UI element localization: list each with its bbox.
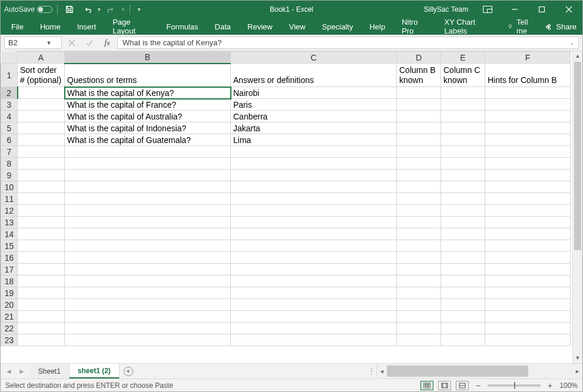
account-button[interactable]: SillySac Team [420,5,472,14]
name-box[interactable]: B2 ▼ [4,36,62,49]
tab-nitro-pro[interactable]: Nitro Pro [393,18,436,35]
col-header-B[interactable]: B [65,52,231,64]
sheet-tab-sheet1-2-[interactable]: sheet1 (2) [69,364,120,378]
vscroll-thumb[interactable] [574,62,581,250]
cell-A16[interactable] [18,252,65,264]
cell-A4[interactable] [18,111,65,122]
row-header-12[interactable]: 12 [1,205,18,217]
cell-D5[interactable] [397,122,441,134]
hscroll-thumb[interactable] [387,366,528,377]
cell-C14[interactable] [231,228,397,240]
row-header-5[interactable]: 5 [1,122,18,134]
row-header-4[interactable]: 4 [1,111,18,122]
row-header-18[interactable]: 18 [1,275,18,287]
col-header-C[interactable]: C [231,52,397,64]
cell-D14[interactable] [397,228,441,240]
cell-B2[interactable]: What is the capital of Kenya? [65,87,231,99]
cell-E16[interactable] [441,252,485,264]
cell-B3[interactable]: What is the capital of France? [65,99,231,111]
cell-B23[interactable] [65,334,231,346]
cell-D18[interactable] [397,275,441,287]
share-button[interactable]: Share [538,22,582,31]
cell-B13[interactable] [65,217,231,228]
cell-B11[interactable] [65,193,231,205]
cell-E4[interactable] [441,111,485,122]
cell-F18[interactable] [485,275,571,287]
cell-D10[interactable] [397,181,441,193]
sheet-tab-Sheet1[interactable]: Sheet1 [30,364,69,378]
cell-A1[interactable]: Sort order # (optional) [18,64,65,87]
cell-D2[interactable] [397,87,441,99]
row-header-8[interactable]: 8 [1,158,18,170]
cell-C18[interactable] [231,275,397,287]
row-header-3[interactable]: 3 [1,99,18,111]
row-header-13[interactable]: 13 [1,217,18,228]
cell-A15[interactable] [18,240,65,252]
scroll-left-icon[interactable]: ◄ [377,368,387,374]
col-header-F[interactable]: F [485,52,571,64]
cell-E20[interactable] [441,299,485,311]
cell-C7[interactable] [231,146,397,158]
cell-F22[interactable] [485,323,571,334]
cell-B6[interactable]: What is the capital of Guatemala? [65,134,231,146]
cell-A5[interactable] [18,122,65,134]
cell-C23[interactable] [231,334,397,346]
cell-E7[interactable] [441,146,485,158]
cell-F9[interactable] [485,170,571,181]
cell-C13[interactable] [231,217,397,228]
tab-insert[interactable]: Insert [69,18,105,35]
cell-E3[interactable] [441,99,485,111]
cell-D22[interactable] [397,323,441,334]
cell-B9[interactable] [65,170,231,181]
cell-A11[interactable] [18,193,65,205]
scroll-down-icon[interactable]: ▼ [573,353,582,363]
row-header-20[interactable]: 20 [1,299,18,311]
cell-F11[interactable] [485,193,571,205]
autosave-toggle[interactable]: AutoSave [4,5,52,14]
cell-C12[interactable] [231,205,397,217]
cell-A6[interactable] [18,134,65,146]
save-icon[interactable] [62,2,77,16]
cell-B16[interactable] [65,252,231,264]
cell-F20[interactable] [485,299,571,311]
cell-B12[interactable] [65,205,231,217]
col-header-D[interactable]: D [397,52,441,64]
cell-B8[interactable] [65,158,231,170]
cell-F8[interactable] [485,158,571,170]
cell-A12[interactable] [18,205,65,217]
tab-data[interactable]: Data [207,18,239,35]
tab-split-grip[interactable]: ⋮ [367,364,376,378]
cell-C11[interactable] [231,193,397,205]
cell-A17[interactable] [18,264,65,275]
cell-C15[interactable] [231,240,397,252]
cell-F23[interactable] [485,334,571,346]
maximize-button[interactable] [528,1,555,18]
col-header-E[interactable]: E [441,52,485,64]
cell-B14[interactable] [65,228,231,240]
tab-xy-chart-labels[interactable]: XY Chart Labels [436,18,501,35]
cell-C22[interactable] [231,323,397,334]
row-header-16[interactable]: 16 [1,252,18,264]
zoom-in-button[interactable]: + [545,381,555,390]
col-header-A[interactable]: A [18,52,65,64]
zoom-level[interactable]: 100% [559,381,578,390]
cell-D7[interactable] [397,146,441,158]
cell-A8[interactable] [18,158,65,170]
new-sheet-button[interactable]: + [120,364,137,378]
tab-page-layout[interactable]: Page Layout [104,18,158,35]
row-header-10[interactable]: 10 [1,181,18,193]
cell-F4[interactable] [485,111,571,122]
cell-B10[interactable] [65,181,231,193]
cell-E1[interactable]: Column C known [441,64,485,87]
row-header-6[interactable]: 6 [1,134,18,146]
cell-A19[interactable] [18,287,65,299]
cell-B17[interactable] [65,264,231,275]
cell-A3[interactable] [18,99,65,111]
cell-D17[interactable] [397,264,441,275]
cell-D23[interactable] [397,334,441,346]
close-button[interactable] [555,1,582,18]
cell-A9[interactable] [18,170,65,181]
cell-D12[interactable] [397,205,441,217]
cell-C20[interactable] [231,299,397,311]
sheet-nav-next-icon[interactable]: ► [18,367,25,376]
